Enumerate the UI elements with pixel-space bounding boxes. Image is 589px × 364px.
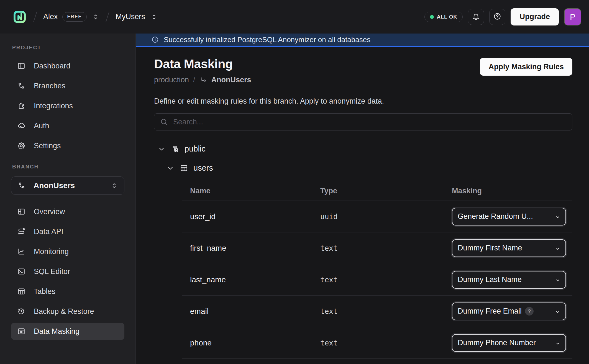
tree-row-schema[interactable]: public [157, 144, 572, 153]
topbar: Alex FREE MyUsers ALL OK Upgrade P [0, 0, 589, 34]
bell-icon [472, 12, 480, 21]
column-name: last_name [182, 275, 320, 284]
info-icon [151, 36, 159, 43]
table-row: phone text Dummy Phone Number ? [182, 327, 572, 359]
sidebar-item-data-masking[interactable]: Data Masking [11, 323, 124, 340]
masking-select[interactable]: Generate Random U... ? [452, 208, 566, 225]
sidebar-item-label: Integrations [34, 102, 73, 110]
sidebar-item-label: Monitoring [34, 247, 69, 256]
data-masking-icon [17, 327, 25, 335]
dashboard-icon [17, 62, 25, 70]
column-name: email [182, 307, 320, 316]
schema-tree: public users [154, 144, 572, 173]
column-type: text [320, 276, 452, 284]
header-type: Type [320, 187, 452, 195]
masking-select[interactable]: Dummy Free Email ? [452, 303, 566, 320]
upgrade-button[interactable]: Upgrade [511, 8, 559, 25]
status-dot-icon [430, 15, 434, 19]
masking-select[interactable]: Dummy Phone Number ? [452, 334, 566, 352]
branch-icon [17, 181, 26, 190]
branch-selector[interactable]: AnonUsers [11, 176, 124, 195]
column-type: text [320, 307, 452, 316]
column-name: user_id [182, 212, 320, 221]
project-name[interactable]: MyUsers [116, 12, 145, 21]
table-icon [180, 164, 188, 172]
notifications-button[interactable] [468, 9, 484, 25]
sidebar-item-data-api[interactable]: Data API [11, 223, 124, 240]
search-icon [160, 117, 168, 126]
chevron-updown-icon [110, 182, 118, 189]
sidebar-item-sql-editor[interactable]: SQL Editor [11, 263, 124, 280]
chevron-updown-icon[interactable] [92, 13, 99, 21]
sidebar-item-auth[interactable]: Auth [11, 117, 124, 134]
sql-editor-icon [17, 267, 25, 276]
sidebar-item-label: Branches [34, 82, 65, 90]
dashboard-icon [17, 207, 25, 216]
status-badge[interactable]: ALL OK [424, 12, 463, 22]
table-row: user_id uuid Generate Random U... ? [182, 201, 572, 232]
breadcrumb-separator: / [193, 76, 195, 84]
table-row: first_name text Dummy First Name ? [182, 232, 572, 264]
divider-slash [106, 11, 109, 22]
column-name: phone [182, 339, 320, 347]
sidebar-item-backup-restore[interactable]: Backup & Restore [11, 303, 124, 320]
schema-name: public [185, 144, 206, 153]
project-section-label: PROJECT [12, 45, 135, 51]
branches-icon [17, 82, 25, 90]
sidebar-item-tables[interactable]: Tables [11, 283, 124, 300]
sidebar-item-label: Dashboard [34, 62, 70, 70]
chevron-down-icon [554, 340, 561, 347]
chevron-updown-icon[interactable] [150, 13, 158, 21]
integrations-icon [17, 102, 25, 110]
settings-icon [17, 142, 25, 150]
org-name[interactable]: Alex [43, 12, 58, 21]
search-input[interactable] [154, 113, 572, 130]
chevron-down-icon[interactable] [166, 164, 175, 172]
help-button[interactable] [489, 9, 505, 25]
divider-slash [33, 11, 37, 22]
column-type: uuid [320, 212, 452, 221]
help-icon[interactable]: ? [525, 307, 534, 316]
branch-section-label: BRANCH [12, 164, 135, 170]
plan-badge: FREE [62, 12, 87, 22]
column-type: text [320, 339, 452, 347]
neon-logo-icon[interactable] [12, 9, 27, 24]
notification-banner: Successfully initialized PostgreSQL Anon… [136, 34, 589, 47]
table-row: email text Dummy Free Email ? [182, 296, 572, 327]
breadcrumb: production / AnonUsers [154, 76, 251, 84]
sidebar-item-label: Tables [34, 287, 55, 296]
sidebar-item-branches[interactable]: Branches [11, 77, 124, 94]
chevron-down-icon [554, 245, 561, 252]
apply-masking-rules-button[interactable]: Apply Masking Rules [480, 58, 572, 76]
sidebar-item-overview[interactable]: Overview [11, 203, 124, 220]
masking-select[interactable]: Dummy First Name ? [452, 239, 566, 257]
avatar[interactable]: P [564, 8, 581, 25]
sidebar-item-label: Backup & Restore [34, 307, 94, 316]
chevron-down-icon [554, 277, 561, 284]
question-icon [493, 12, 501, 21]
masking-select-value: Dummy Last Name [458, 275, 522, 284]
sidebar-item-monitoring[interactable]: Monitoring [11, 243, 124, 260]
sidebar-item-dashboard[interactable]: Dashboard [11, 57, 124, 75]
banner-text: Successfully initialized PostgreSQL Anon… [164, 35, 370, 44]
branch-child-icon [199, 76, 207, 84]
breadcrumb-parent[interactable]: production [154, 76, 189, 84]
sidebar-item-label: Settings [34, 142, 61, 150]
masking-select-value: Dummy Phone Number [458, 339, 536, 347]
chevron-down-icon [554, 308, 561, 316]
table-row: last_name text Dummy Last Name ? [182, 264, 572, 296]
chevron-down-icon[interactable] [157, 145, 166, 153]
page-description: Define or edit masking rules for this br… [154, 97, 572, 106]
masking-select[interactable]: Dummy Last Name ? [452, 271, 566, 289]
branch-selector-label: AnonUsers [34, 181, 75, 190]
schema-icon [171, 145, 179, 153]
masking-select-value: Dummy Free Email [458, 307, 522, 316]
sidebar-item-integrations[interactable]: Integrations [11, 97, 124, 114]
column-name: first_name [182, 244, 320, 253]
sidebar-item-settings[interactable]: Settings [11, 137, 124, 154]
tree-row-table[interactable]: users [166, 163, 572, 173]
columns-table: Name Type Masking user_id uuid Generate … [182, 181, 572, 359]
sidebar-item-label: Overview [34, 207, 65, 216]
tables-icon [17, 287, 25, 296]
breadcrumb-current: AnonUsers [211, 76, 251, 84]
